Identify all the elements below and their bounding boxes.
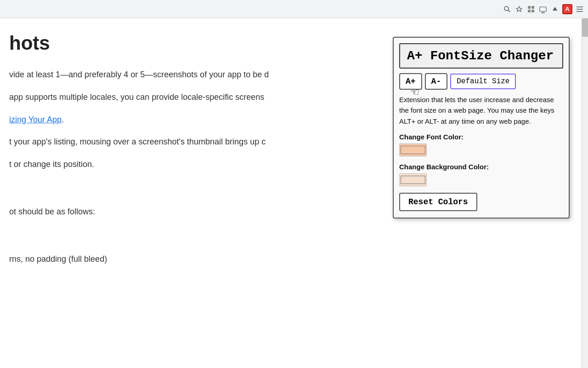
reset-colors-button[interactable]: Reset Colors [399, 193, 477, 211]
main-content: hots vide at least 1—and preferably 4 or… [0, 18, 588, 368]
extension-icon[interactable] [526, 5, 536, 14]
page-body: hots vide at least 1—and preferably 4 or… [0, 18, 386, 266]
page-link[interactable]: izing Your App [9, 115, 62, 124]
browser-toolbar: A [0, 0, 588, 18]
page-heading: hots [9, 32, 377, 54]
page-para5: t or change its position. [9, 158, 377, 171]
font-increase-button[interactable]: A+ [399, 73, 422, 90]
page-para1: vide at least 1—and preferably 4 or 5—sc… [9, 68, 377, 81]
page-para4: t your app's listing, mousing over a scr… [9, 135, 377, 149]
network-icon[interactable] [538, 5, 548, 14]
popup-description: Extension that lets the user increase an… [399, 94, 563, 126]
svg-line-1 [508, 10, 510, 12]
font-color-swatch-container [399, 144, 563, 156]
page-para6: ot should be as follows: [9, 205, 377, 218]
bg-color-label: Change Background Color: [399, 163, 563, 171]
search-icon[interactable] [503, 5, 512, 14]
svg-rect-6 [531, 10, 534, 12]
svg-rect-7 [540, 7, 546, 12]
svg-rect-3 [528, 6, 531, 9]
svg-marker-2 [516, 6, 522, 12]
font-default-button[interactable]: Default Size [450, 74, 516, 89]
page-para3: izing Your App. [9, 113, 377, 126]
popup-title: A+ FontSize Changer [399, 43, 563, 69]
font-color-swatch[interactable] [399, 144, 427, 156]
scrollbar[interactable] [582, 18, 588, 368]
star-icon[interactable] [514, 5, 524, 14]
fontsize-popup: A+ FontSize Changer A+ A- Default Size E… [393, 37, 570, 218]
fontsize-extension-icon[interactable]: A [562, 4, 572, 14]
svg-rect-4 [531, 6, 534, 9]
svg-marker-10 [553, 7, 557, 11]
svg-rect-5 [528, 10, 531, 12]
font-color-label: Change Font Color: [399, 133, 563, 141]
scrollbar-thumb[interactable] [582, 18, 588, 37]
menu-icon[interactable] [575, 5, 584, 14]
arrow-up-icon[interactable] [550, 5, 560, 14]
font-decrease-button[interactable]: A- [425, 73, 448, 90]
page-para2: app supports multiple locales, you can p… [9, 91, 377, 104]
font-size-controls: A+ A- Default Size [399, 73, 563, 90]
bg-color-swatch-container [399, 173, 563, 186]
bg-color-swatch[interactable] [399, 173, 427, 186]
page-para7: rns, no padding (full bleed) [9, 253, 377, 266]
